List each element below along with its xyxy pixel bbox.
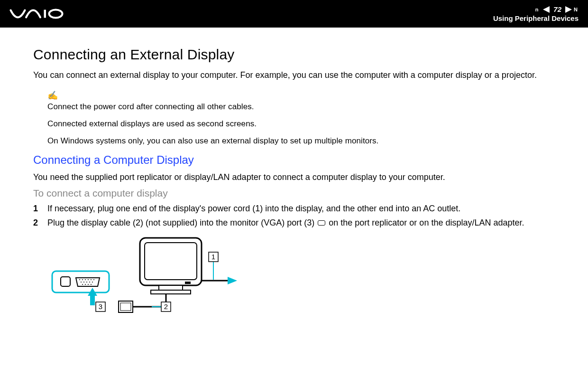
svg-point-11 bbox=[83, 282, 84, 283]
svg-rect-20 bbox=[145, 243, 197, 280]
step-text: Plug the display cable (2) (not supplied… bbox=[47, 217, 555, 228]
step-text-before: Plug the display cable (2) (not supplied… bbox=[47, 218, 317, 227]
page-navigation: n 72 N bbox=[493, 5, 579, 13]
page-title: Connecting an External Display bbox=[33, 47, 555, 63]
svg-point-17 bbox=[88, 284, 89, 285]
n-mark-right: N bbox=[574, 7, 578, 12]
svg-point-14 bbox=[92, 282, 93, 283]
step-text-after: on the port replicator or on the display… bbox=[326, 218, 524, 227]
next-page-arrow-icon[interactable] bbox=[565, 6, 572, 13]
svg-point-15 bbox=[82, 284, 83, 285]
step-text: If necessary, plug one end of the displa… bbox=[47, 203, 555, 214]
section-subtitle: Connecting a Computer Display bbox=[33, 153, 555, 167]
note-icon: ✍ bbox=[47, 90, 555, 101]
note-line-2: Connected external displays are used as … bbox=[47, 119, 555, 129]
section-label: Using Peripheral Devices bbox=[493, 14, 579, 22]
svg-rect-21 bbox=[159, 285, 183, 290]
diagram-label-1: 1 bbox=[211, 253, 215, 261]
step-number: 2 bbox=[33, 217, 47, 228]
diagram-label-2: 2 bbox=[164, 302, 168, 311]
diagram-label-3: 3 bbox=[99, 302, 102, 311]
svg-point-7 bbox=[88, 279, 89, 280]
page-number: 72 bbox=[553, 5, 561, 13]
step-1: 1 If necessary, plug one end of the disp… bbox=[33, 203, 555, 214]
note-line-3: On Windows systems only, you can also us… bbox=[47, 136, 555, 146]
svg-point-10 bbox=[81, 282, 82, 283]
vga-port-icon bbox=[318, 220, 325, 226]
svg-point-12 bbox=[86, 282, 87, 283]
svg-marker-25 bbox=[228, 277, 237, 284]
svg-rect-0 bbox=[44, 10, 46, 18]
n-mark-left: n bbox=[535, 7, 539, 12]
connection-diagram: 1 2 3 bbox=[47, 233, 555, 321]
svg-point-5 bbox=[82, 279, 83, 280]
page-content: Connecting an External Display You can c… bbox=[0, 28, 588, 330]
note-block: ✍ Connect the power cord after connectin… bbox=[47, 90, 555, 146]
svg-point-9 bbox=[93, 279, 94, 280]
prev-page-arrow-icon[interactable] bbox=[543, 6, 550, 13]
svg-point-1 bbox=[49, 10, 63, 18]
subtitle-text: You need the supplied port replicator or… bbox=[33, 171, 555, 183]
page-header: n 72 N Using Peripheral Devices bbox=[0, 0, 588, 28]
step-2: 2 Plug the display cable (2) (not suppli… bbox=[33, 217, 555, 228]
vaio-logo bbox=[9, 8, 66, 19]
intro-paragraph: You can connect an external display to y… bbox=[33, 69, 555, 81]
svg-point-16 bbox=[85, 284, 86, 285]
svg-point-18 bbox=[91, 284, 92, 285]
svg-point-4 bbox=[79, 279, 80, 280]
svg-point-8 bbox=[91, 279, 92, 280]
step-number: 1 bbox=[33, 203, 47, 214]
svg-rect-3 bbox=[61, 277, 70, 286]
svg-rect-23 bbox=[185, 282, 191, 284]
header-right: n 72 N Using Peripheral Devices bbox=[493, 5, 579, 22]
svg-rect-22 bbox=[151, 290, 191, 294]
svg-rect-32 bbox=[90, 296, 95, 305]
procedure-title: To connect a computer display bbox=[33, 188, 555, 199]
note-line-1: Connect the power cord after connecting … bbox=[47, 102, 555, 112]
svg-point-13 bbox=[89, 282, 90, 283]
svg-point-6 bbox=[85, 279, 86, 280]
